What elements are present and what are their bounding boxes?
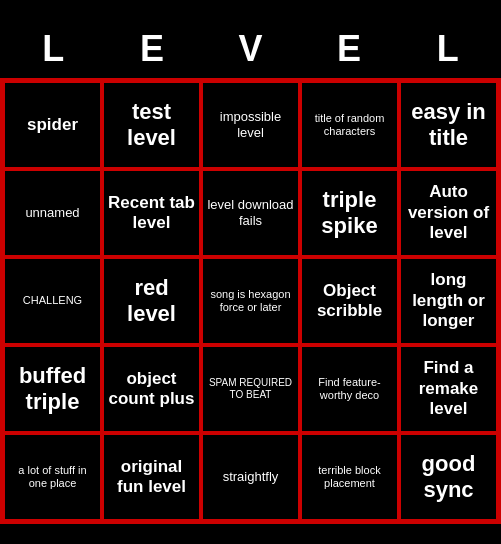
bingo-cell-3[interactable]: title of random characters	[300, 81, 399, 169]
bingo-cell-13[interactable]: Object scribble	[300, 257, 399, 345]
bingo-cell-1[interactable]: test level	[102, 81, 201, 169]
bingo-grid: spidertest levelimpossible leveltitle of…	[0, 78, 501, 524]
header-letter-2: V	[205, 28, 295, 70]
header-letter-1: E	[107, 28, 197, 70]
bingo-card: LEVEL spidertest levelimpossible levelti…	[0, 20, 501, 524]
bingo-cell-17[interactable]: SPAM REQUIRED TO BEAT	[201, 345, 300, 433]
bingo-cell-5[interactable]: unnamed	[3, 169, 102, 257]
bingo-cell-2[interactable]: impossible level	[201, 81, 300, 169]
bingo-cell-18[interactable]: Find feature-worthy deco	[300, 345, 399, 433]
bingo-cell-4[interactable]: easy in title	[399, 81, 498, 169]
bingo-cell-12[interactable]: song is hexagon force or later	[201, 257, 300, 345]
bingo-cell-8[interactable]: triple spike	[300, 169, 399, 257]
bingo-cell-24[interactable]: good sync	[399, 433, 498, 521]
bingo-cell-23[interactable]: terrible block placement	[300, 433, 399, 521]
bingo-cell-16[interactable]: object count plus	[102, 345, 201, 433]
bingo-cell-0[interactable]: spider	[3, 81, 102, 169]
bingo-cell-14[interactable]: long length or longer	[399, 257, 498, 345]
header-letter-3: E	[304, 28, 394, 70]
bingo-cell-11[interactable]: red level	[102, 257, 201, 345]
bingo-header: LEVEL	[0, 20, 501, 78]
header-letter-0: L	[8, 28, 98, 70]
bingo-cell-22[interactable]: straightfly	[201, 433, 300, 521]
bingo-cell-19[interactable]: Find a remake level	[399, 345, 498, 433]
bingo-cell-9[interactable]: Auto version of level	[399, 169, 498, 257]
header-letter-4: L	[403, 28, 493, 70]
bingo-cell-7[interactable]: level download fails	[201, 169, 300, 257]
bingo-cell-15[interactable]: buffed triple	[3, 345, 102, 433]
bingo-cell-21[interactable]: original fun level	[102, 433, 201, 521]
bingo-cell-20[interactable]: a lot of stuff in one place	[3, 433, 102, 521]
bingo-cell-10[interactable]: CHALLENG	[3, 257, 102, 345]
bingo-cell-6[interactable]: Recent tab level	[102, 169, 201, 257]
